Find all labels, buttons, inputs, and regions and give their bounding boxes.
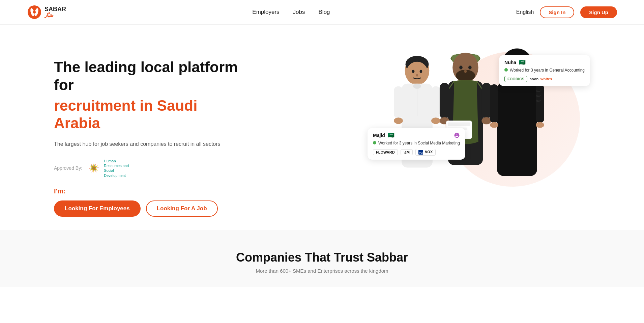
looking-for-employees-button[interactable]: Looking For Employees [54,200,141,217]
hero-title-line1: The leading local platform for [54,58,243,94]
brand-foodics: FOODICS [504,76,527,82]
logo-ar: صَبَّار [45,13,66,18]
svg-text:VOX: VOX [419,152,423,154]
hero-right: Majid 🇸🇦 Worked for 3 years in Social Me… [361,45,590,200]
svg-point-15 [413,84,421,89]
svg-point-35 [481,117,491,124]
svg-point-3 [33,11,36,14]
logo-text: SABAR صَبَّار [45,6,66,18]
hrsd-line1: Human Resources and [104,159,134,168]
signin-button[interactable]: Sign In [540,6,574,18]
svg-rect-49 [536,84,544,123]
card-majid-detail: Worked for 3 years in Social Media Marke… [373,140,460,146]
approved-label: Approved By: [54,165,82,171]
card-majid-text: Worked for 3 years in Social Media Marke… [378,140,460,146]
card-nuha-name: Nuha [504,60,516,65]
brand-floward: FLOWARD [373,149,398,155]
card-majid-name: Majid [373,133,385,138]
brand-halfm: ½M [401,149,413,155]
svg-rect-17 [394,86,403,118]
navbar: SABAR صَبَّار Employers Jobs Blog Englis… [0,0,644,25]
trust-subtitle: More than 600+ SMEs and Enterprises acro… [0,268,644,274]
svg-rect-18 [431,86,440,118]
svg-rect-32 [440,83,449,118]
svg-point-26 [459,65,463,69]
logo[interactable]: SABAR صَبَّار [27,5,66,20]
card-majid-settings-icon [454,132,460,138]
hrsd-logo: Human Resources and Social Development [86,159,134,178]
nav-link-jobs[interactable]: Jobs [293,9,305,15]
logo-icon [27,5,42,20]
approved-row: Approved By: Human Resources and [54,159,243,178]
nav-item-jobs[interactable]: Jobs [293,9,305,16]
svg-point-51 [536,122,544,128]
svg-point-11 [412,70,415,73]
logo-en: SABAR [45,6,66,13]
card-majid-flag: 🇸🇦 [388,132,394,138]
navbar-right: English Sign In Sign Up [516,6,617,18]
svg-point-27 [468,65,472,69]
language-selector[interactable]: English [516,9,534,15]
nav-link-employers[interactable]: Employers [252,9,279,15]
cta-buttons: Looking For Employees Looking For A Job [54,200,243,217]
hrsd-star-icon [86,161,101,176]
nav-link-blog[interactable]: Blog [319,9,330,15]
card-nuha-brands: FOODICS noon whites [504,76,585,82]
card-nuha-text: Worked for 3 years in General Accounting [510,68,585,73]
svg-point-28 [464,70,467,73]
hero-subtitle: The largest hub for job seekers and comp… [54,140,243,149]
nav-item-blog[interactable]: Blog [319,9,330,16]
im-label: I'm: [54,187,243,195]
svg-point-10 [406,62,428,85]
brand-vox: VOX VOX [415,149,436,156]
svg-rect-33 [481,83,491,118]
nav-menu: Employers Jobs Blog [252,9,330,16]
hero-section: The leading local platform for recruitme… [0,25,644,230]
svg-point-20 [431,117,440,124]
nav-item-employers[interactable]: Employers [252,9,279,16]
card-nuha-flag: 🇸🇦 [519,59,526,65]
looking-for-job-button[interactable]: Looking For A Job [146,200,218,217]
svg-point-12 [420,70,422,73]
card-nuha-dot [504,68,508,72]
svg-rect-37 [448,123,470,126]
card-majid-brands: FLOWARD ½M VOX VOX [373,149,460,156]
hrsd-line2: Social Development [104,168,134,178]
vox-icon: VOX [418,150,423,155]
signup-button[interactable]: Sign Up [580,6,617,18]
trust-title: Companies That Trust Sabbar [0,250,644,265]
svg-rect-47 [497,82,537,176]
hrsd-text: Human Resources and Social Development [104,159,134,178]
card-majid-header: Majid 🇸🇦 [373,132,460,138]
svg-point-50 [490,122,498,128]
trust-section: Companies That Trust Sabbar More than 60… [0,230,644,287]
brand-noon: noon [529,77,538,81]
svg-point-13 [416,74,418,77]
profile-card-nuha: Nuha 🇸🇦 Worked for 3 years in General Ac… [499,55,590,86]
brand-whites: whites [540,77,552,81]
svg-point-19 [394,117,403,124]
hero-left: The leading local platform for recruitme… [54,45,243,217]
card-majid-dot [373,141,376,144]
profile-card-majid: Majid 🇸🇦 Worked for 3 years in Social Me… [368,128,465,160]
svg-rect-48 [490,84,498,123]
hero-title-line2: recruitment in Saudi Arabia [54,97,243,133]
card-nuha-detail: Worked for 3 years in General Accounting [504,68,585,73]
card-nuha-header: Nuha 🇸🇦 [504,59,585,65]
